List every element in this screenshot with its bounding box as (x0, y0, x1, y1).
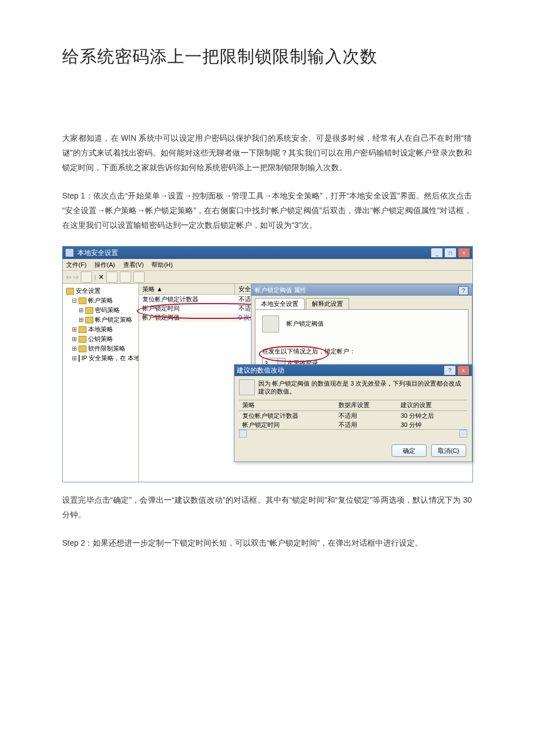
suggest-header: 策略 数据库设置 建议的设置 (239, 400, 467, 411)
toolbar-refresh-icon[interactable] (120, 271, 131, 283)
back-icon[interactable]: ⇦ (66, 274, 71, 281)
policy-icon (262, 316, 279, 332)
toolbar: ⇦ ⇨ | ✕ (63, 271, 472, 284)
menu-action[interactable]: 操作(A) (94, 261, 115, 269)
tree-pubkey-policy[interactable]: ⊞公钥策略 (64, 334, 137, 344)
properties-titlebar: 帐户锁定阀值 属性 ? (251, 284, 472, 296)
toolbar-export-icon[interactable] (133, 271, 145, 283)
folder-icon (79, 326, 86, 333)
suggest-titlebar: 建议的数值改动 ? × (235, 365, 472, 376)
sg-col-policy[interactable]: 策略 (239, 400, 335, 411)
menu-view[interactable]: 查看(V) (123, 261, 144, 269)
tree-local-policy[interactable]: ⊞本地策略 (64, 325, 137, 334)
close-button[interactable]: × (458, 248, 470, 258)
toolbar-delete-icon[interactable]: ✕ (98, 273, 104, 281)
minimize-button[interactable]: _ (431, 248, 443, 258)
help-button[interactable]: ? (458, 286, 468, 295)
sg-row-duration[interactable]: 帐户锁定时间不适用30 分钟 (239, 420, 467, 429)
col-policy[interactable]: 策略 ▲ (139, 284, 235, 294)
folder-icon (79, 345, 86, 352)
menubar: 文件(F) 操作(A) 查看(V) 帮助(H) (63, 259, 472, 271)
screenshot-local-security-settings: 本地安全设置 _ □ × 文件(F) 操作(A) 查看(V) 帮助(H) ⇦ ⇨… (62, 246, 473, 482)
menu-help[interactable]: 帮助(H) (151, 261, 172, 269)
folder-icon (85, 307, 93, 314)
properties-title: 帐户锁定阀值 属性 (255, 286, 306, 295)
after-screenshot-paragraph: 设置完毕点击“确定”，会弹出一“建议数值改动”的对话框。其中有“锁定时间”和“复… (62, 493, 472, 522)
menu-file[interactable]: 文件(F) (66, 261, 86, 269)
suggest-title: 建议的数值改动 (237, 366, 284, 375)
folder-icon (79, 297, 86, 304)
tab-local-setting[interactable]: 本地安全设置 (255, 298, 305, 309)
tree-software-policy[interactable]: ⊞软件限制策略 (64, 344, 137, 353)
ip-icon (79, 355, 80, 362)
step1-paragraph: Step 1：依次点击“开始菜单→设置→控制面板→管理工具→本地安全策略”，打开… (62, 188, 472, 232)
threshold-prefix: 在发生以下情况之后，锁定帐户： (262, 347, 461, 356)
app-icon (65, 248, 74, 257)
suggest-help-button[interactable]: ? (444, 365, 456, 375)
properties-tabs: 本地安全设置 解释此设置 (255, 298, 472, 309)
info-icon (239, 379, 255, 395)
tree-pane: 安全设置 ⊟帐户策略 ⊞密码策略 ⊞帐户锁定策略 ⊞本地策略 ⊞公钥策略 ⊞软件… (63, 284, 139, 482)
tree-ip-policy[interactable]: ⊞IP 安全策略，在 本地 (64, 353, 137, 363)
tree-root[interactable]: 安全设置 (64, 286, 137, 296)
toolbar-up-icon[interactable] (81, 271, 92, 283)
main-window-titlebar: 本地安全设置 _ □ × (63, 247, 472, 259)
fwd-icon[interactable]: ⇨ (73, 274, 79, 281)
sg-col-suggest[interactable]: 建议的设置 (397, 400, 465, 411)
folder-icon (85, 317, 93, 323)
suggest-buttons: 确定 取消(C) (235, 441, 472, 461)
maximize-button[interactable]: □ (444, 248, 457, 258)
step2-paragraph: Step 2：如果还想进一步定制一下锁定时间长短，可以双击“帐户锁定时间”，在弹… (62, 535, 472, 550)
article-title: 给系统密码添上一把限制锁限制输入次数 (62, 45, 472, 68)
tree-lockout-policy[interactable]: ⊞帐户锁定策略 (64, 315, 137, 325)
sg-col-db[interactable]: 数据库设置 (335, 400, 397, 411)
toolbar-props-icon[interactable] (106, 271, 118, 283)
intro-paragraph: 大家都知道，在 WIN 系统中可以设定用户密码以保护我们的系统安全。可是很多时候… (62, 131, 472, 175)
suggest-ok-button[interactable]: 确定 (392, 444, 427, 457)
tree-password-policy[interactable]: ⊞密码策略 (64, 305, 137, 315)
tab-explain[interactable]: 解释此设置 (306, 298, 349, 309)
suggest-message: 因为 帐户锁定阀值 的数值现在是 3 次无效登录，下列项目的设置都会改成建议的数… (258, 379, 467, 395)
suggest-scrollbar[interactable] (239, 429, 467, 438)
toolbar-sep: | (94, 274, 96, 280)
sg-row-reset[interactable]: 复位帐户锁定计数器不适用30 分钟之后 (239, 411, 467, 420)
policy-label: 帐户锁定阀值 (286, 320, 324, 327)
folder-icon (66, 288, 74, 295)
tree-account-policy[interactable]: ⊟帐户策略 (64, 296, 137, 305)
main-window-title: 本地安全设置 (77, 248, 118, 258)
document-page: 给系统密码添上一把限制锁限制输入次数 大家都知道，在 WIN 系统中可以设定用户… (0, 0, 534, 756)
suggest-cancel-button[interactable]: 取消(C) (431, 444, 466, 457)
folder-icon (79, 336, 86, 343)
suggested-changes-dialog: 建议的数值改动 ? × 因为 帐户锁定阀值 的数值现在是 3 次无效登录，下列项… (234, 364, 472, 462)
suggest-close-button[interactable]: × (457, 365, 470, 375)
